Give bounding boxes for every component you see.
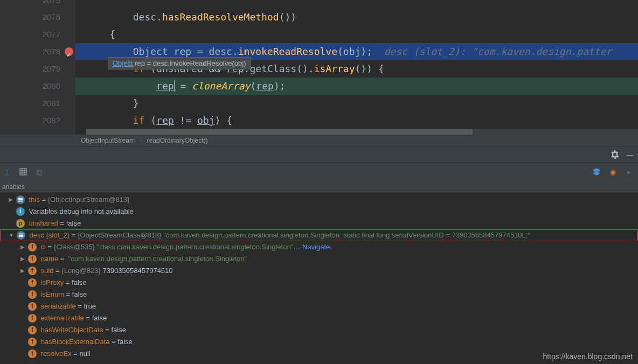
variable-row[interactable]: f name = "com.kaven.design.pattern.creat… (0, 253, 638, 265)
variable-name: externalizable (39, 312, 84, 324)
horizontal-scrollbar[interactable] (86, 129, 638, 135)
variable-row[interactable]: f hasWriteObjectData = false (0, 324, 638, 336)
text-cursor-icon[interactable]: ⌶ (2, 167, 12, 177)
variable-name: name (39, 253, 58, 265)
grid-icon[interactable] (18, 167, 28, 177)
struct-badge-icon (16, 195, 25, 204)
struct-badge-icon (17, 231, 25, 240)
variable-info-text: Variables debug info not available (27, 206, 134, 218)
code-line-current: rep = cloneArray(rep); (75, 78, 638, 95)
gear-icon[interactable] (610, 150, 620, 159)
equals-sign: = (84, 312, 92, 324)
variable-value: null (80, 348, 91, 360)
variable-row[interactable]: f externalizable = false (0, 312, 638, 324)
equals-sign: = (46, 241, 54, 253)
line-number: 2080 (0, 78, 75, 95)
variable-object-ref: {ObjectInputStream@813} (48, 194, 130, 206)
f-badge-icon: f (28, 243, 37, 251)
variable-name: unshared (27, 218, 58, 229)
variable-string-value: "class com.kaven.design.pattern.creation… (95, 241, 293, 253)
layout-icon[interactable]: ▤ (34, 167, 44, 177)
expression-tooltip: Object rep = desc.invokeReadResolve(obj) (108, 57, 251, 69)
variable-name: hasWriteObjectData (39, 324, 103, 336)
f-badge-icon: f (28, 290, 37, 299)
variable-row[interactable]: i Variables debug info not available (0, 206, 638, 218)
variable-name: cl (39, 241, 46, 253)
p-badge-icon: p (16, 219, 25, 228)
code-editor[interactable]: 2075 2076 2077 2078 2079 2080 2081 2082 … (0, 0, 638, 135)
variable-row[interactable]: p unshared = false (0, 218, 638, 229)
breadcrumb[interactable]: ObjectInputStream › readOrdinaryObject() (0, 135, 638, 146)
f-badge-icon: f (28, 302, 37, 311)
variable-row[interactable]: this = {ObjectInputStream@813} (0, 194, 638, 206)
variable-name: desc (slot_2) (27, 229, 70, 241)
breadcrumb-item[interactable]: ObjectInputStream (81, 137, 135, 144)
variable-name: suid (39, 265, 53, 277)
expand-arrow-icon[interactable] (19, 253, 26, 265)
f-badge-icon: f (28, 314, 37, 323)
variable-name: isEnum (39, 289, 64, 300)
equals-sign: = (110, 336, 118, 348)
line-number: 2075 (0, 0, 75, 9)
variable-value: true (84, 300, 95, 312)
equals-sign: = (58, 218, 66, 229)
navigate-link[interactable]: … Navigate (293, 241, 330, 253)
variable-name: this (27, 194, 40, 206)
breadcrumb-separator: › (140, 137, 142, 144)
watermark: https://kaven.blog.csdn.net (543, 352, 633, 361)
f-badge-icon: f (28, 267, 37, 275)
breadcrumb-item[interactable]: readOrdinaryObject() (147, 137, 208, 144)
variable-row[interactable]: f suid = {Long@823} 739035658457974510 (0, 265, 638, 277)
scrollbar-thumb[interactable] (86, 129, 473, 135)
variable-value: false (72, 289, 87, 300)
variable-row[interactable]: f cl = {Class@535} "class com.kaven.desi… (0, 241, 638, 253)
variable-row[interactable]: f serializable = true (0, 300, 638, 312)
variable-value: 739035658457974510 (101, 265, 173, 277)
f-badge-icon: f (28, 338, 37, 346)
expand-arrow-icon[interactable] (8, 229, 15, 241)
more-icon[interactable]: ▸ (624, 167, 634, 177)
variable-row[interactable]: f isProxy = false (0, 277, 638, 289)
variable-row[interactable]: f hasBlockExternalData = false (0, 336, 638, 348)
line-number: 2076 (0, 9, 75, 26)
breakpoint-icon[interactable] (65, 47, 73, 56)
equals-sign: = (58, 253, 66, 265)
expand-arrow-icon[interactable] (19, 241, 26, 253)
variable-object-ref: {ObjectStreamClass@818} (78, 229, 162, 241)
variable-object-ref: {Class@535} (54, 241, 95, 253)
expand-arrow-icon[interactable] (19, 265, 26, 277)
code-line: { (75, 26, 638, 43)
line-number: 2081 (0, 95, 75, 112)
variable-name: resolveEx (39, 348, 72, 360)
target-icon[interactable]: ◉ (608, 167, 618, 177)
line-number: 2082 (0, 112, 75, 129)
variable-value: false (112, 324, 126, 336)
minus-icon[interactable]: — (625, 150, 635, 159)
variable-row[interactable]: f isEnum = false (0, 289, 638, 300)
f-badge-icon: f (28, 349, 37, 358)
variables-panel[interactable]: this = {ObjectInputStream@813}i Variable… (0, 193, 638, 364)
variable-value: false (92, 312, 107, 324)
variable-object-ref: {Long@823} (61, 265, 101, 277)
svg-rect-0 (20, 169, 26, 175)
code-text[interactable]: handles.lookupException(passHandle) == n… (75, 0, 638, 135)
variable-value: false (117, 336, 132, 348)
variable-string-value: "com.kaven.design.pattern.creational.sin… (66, 253, 247, 265)
debug-toolbar: — (0, 146, 638, 163)
variable-string-value: "com.kaven.design.pattern.creational.sin… (161, 229, 530, 241)
f-badge-icon: f (28, 278, 37, 287)
variable-name: serializable (39, 300, 76, 312)
variable-name: isProxy (39, 277, 64, 289)
equals-sign: = (53, 265, 61, 277)
variable-row[interactable]: desc (slot_2) = {ObjectStreamClass@818} … (0, 229, 638, 241)
line-number: 2077 (0, 26, 75, 43)
line-number[interactable]: 2078 (0, 43, 75, 60)
code-line: } (75, 95, 638, 112)
equals-sign: = (70, 229, 78, 241)
variable-value: false (72, 277, 86, 289)
equals-sign: = (76, 300, 84, 312)
stack-icon[interactable] (592, 167, 601, 177)
expand-arrow-icon[interactable] (8, 194, 14, 206)
variable-row[interactable]: f resolveEx = null (0, 348, 638, 360)
variable-name: hasBlockExternalData (39, 336, 110, 348)
